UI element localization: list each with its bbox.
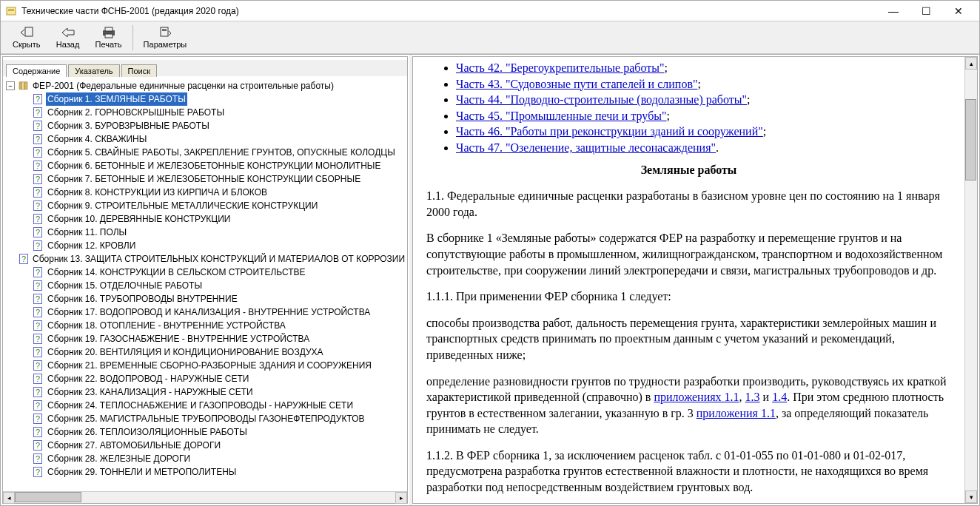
scroll-right-button[interactable]: ▸: [395, 492, 407, 504]
tree-item-label: Сборник 8. КОНСТРУКЦИИ ИЗ КИРПИЧА И БЛОК…: [46, 186, 269, 199]
svg-text:?: ?: [36, 161, 40, 170]
tree-item[interactable]: ?Сборник 19. ГАЗОСНАБЖЕНИЕ - ВНУТРЕННИЕ …: [4, 332, 406, 345]
tree-item[interactable]: ?Сборник 23. КАНАЛИЗАЦИЯ - НАРУЖНЫЕ СЕТИ: [4, 385, 406, 399]
options-icon: [158, 26, 172, 39]
tab-contents[interactable]: Содержание: [6, 64, 67, 77]
vscroll-thumb[interactable]: [965, 99, 976, 181]
tree-item[interactable]: ?Сборник 26. ТЕПЛОИЗОЛЯЦИОННЫЕ РАБОТЫ: [4, 425, 406, 439]
tab-index[interactable]: Указатель: [68, 64, 119, 77]
close-button[interactable]: ✕: [942, 3, 975, 19]
tree-item[interactable]: ?Сборник 6. БЕТОННЫЕ И ЖЕЛЕЗОБЕТОННЫЕ КО…: [4, 159, 406, 172]
help-topic-icon: ?: [33, 94, 43, 104]
link-part-46[interactable]: Часть 46. "Работы при реконструкции здан…: [456, 125, 763, 138]
tree-item[interactable]: ?Сборник 20. ВЕНТИЛЯЦИЯ И КОНДИЦИОНИРОВА…: [4, 345, 406, 359]
tree-item[interactable]: ?Сборник 24. ТЕПЛОСНАБЖЕНИЕ И ГАЗОПРОВОД…: [4, 399, 406, 412]
tree-item[interactable]: ?Сборник 7. БЕТОННЫЕ И ЖЕЛЕЗОБЕТОННЫЕ КО…: [4, 172, 406, 186]
tree-item-label: Сборник 24. ТЕПЛОСНАБЖЕНИЕ И ГАЗОПРОВОДЫ…: [46, 399, 355, 412]
nav-tabs: Содержание Указатель Поиск: [3, 60, 407, 76]
toolbar: Скрыть Назад Печать Параметры: [1, 21, 979, 54]
tree-item-label: Сборник 25. МАГИСТРАЛЬНЫЕ ТРУБОПРОВОДЫ Г…: [46, 412, 366, 425]
tree-item[interactable]: ?Сборник 25. МАГИСТРАЛЬНЫЕ ТРУБОПРОВОДЫ …: [4, 412, 406, 425]
tree-item[interactable]: ?Сборник 12. КРОВЛИ: [4, 239, 406, 252]
tree-item-label: Сборник 7. БЕТОННЫЕ И ЖЕЛЕЗОБЕТОННЫЕ КОН…: [46, 172, 362, 186]
paragraph: 1.1. Федеральные единичные расценки разр…: [426, 188, 951, 220]
scroll-thumb[interactable]: [15, 492, 81, 502]
scroll-down-button[interactable]: ▾: [965, 490, 977, 503]
svg-rect-1: [8, 9, 14, 10]
tree-item-label: Сборник 21. ВРЕМЕННЫЕ СБОРНО-РАЗБОРНЫЕ З…: [46, 359, 373, 372]
hide-button[interactable]: Скрыть: [5, 24, 48, 50]
collapse-icon[interactable]: −: [6, 81, 15, 90]
tree-item[interactable]: ?Сборник 8. КОНСТРУКЦИИ ИЗ КИРПИЧА И БЛО…: [4, 186, 406, 199]
tree-item-label: Сборник 27. АВТОМОБИЛЬНЫЕ ДОРОГИ: [46, 439, 222, 452]
svg-text:?: ?: [36, 361, 40, 370]
tree-item[interactable]: ?Сборник 29. ТОННЕЛИ И МЕТРОПОЛИТЕНЫ: [4, 465, 406, 479]
scroll-track[interactable]: [15, 492, 395, 504]
svg-text:?: ?: [36, 228, 40, 237]
link-app-1-3[interactable]: 1.3: [745, 391, 760, 403]
svg-text:?: ?: [36, 308, 40, 317]
tree-item[interactable]: ?Сборник 11. ПОЛЫ: [4, 226, 406, 239]
tree-item[interactable]: ?Сборник 3. БУРОВЗРЫВНЫЕ РАБОТЫ: [4, 119, 406, 132]
tree-item[interactable]: ?Сборник 14. КОНСТРУКЦИИ В СЕЛЬСКОМ СТРО…: [4, 266, 406, 279]
vscroll-track[interactable]: [965, 70, 977, 490]
tree-item[interactable]: ?Сборник 5. СВАЙНЫЕ РАБОТЫ, ЗАКРЕПЛЕНИЕ …: [4, 146, 406, 159]
horizontal-scrollbar[interactable]: ◂ ▸: [3, 491, 407, 503]
titlebar: Технические части ФСНБ-2001 (редакция 20…: [1, 1, 979, 21]
help-topic-icon: ?: [33, 374, 43, 384]
help-topic-icon: ?: [33, 187, 43, 198]
tree-item[interactable]: ?Сборник 21. ВРЕМЕННЫЕ СБОРНО-РАЗБОРНЫЕ …: [4, 359, 406, 372]
tree-item-label: Сборник 6. БЕТОННЫЕ И ЖЕЛЕЗОБЕТОННЫЕ КОН…: [46, 159, 382, 172]
tree-root-item[interactable]: −ФЕР-2001 (Федеральные единичные расценк…: [4, 79, 406, 92]
scroll-up-button[interactable]: ▴: [965, 57, 977, 70]
tree-item-label: Сборник 5. СВАЙНЫЕ РАБОТЫ, ЗАКРЕПЛЕНИЕ Г…: [46, 146, 397, 159]
parts-link-list: Часть 42. "Берегоукрепительные работы"; …: [426, 60, 951, 156]
section-heading: Земляные работы: [426, 162, 951, 178]
print-button[interactable]: Печать: [88, 24, 130, 50]
help-topic-icon: ?: [33, 174, 43, 184]
link-part-45[interactable]: Часть 45. "Промышленные печи и трубы": [456, 109, 667, 122]
link-part-44[interactable]: Часть 44. "Подводно-строительные (водола…: [456, 93, 747, 106]
paragraph: определение разновидности грунтов по тру…: [426, 374, 951, 437]
tree-item[interactable]: ?Сборник 4. СКВАЖИНЫ: [4, 132, 406, 146]
tree-item[interactable]: ?Сборник 27. АВТОМОБИЛЬНЫЕ ДОРОГИ: [4, 439, 406, 452]
tree-item[interactable]: ?Сборник 10. ДЕРЕВЯННЫЕ КОНСТРУКЦИИ: [4, 212, 406, 226]
tree-item[interactable]: ?Сборник 28. ЖЕЛЕЗНЫЕ ДОРОГИ: [4, 452, 406, 465]
tree-item[interactable]: ?Сборник 16. ТРУБОПРОВОДЫ ВНУТРЕННИЕ: [4, 292, 406, 306]
vertical-scrollbar[interactable]: ▴ ▾: [964, 57, 977, 503]
list-item: Часть 47. "Озеленение, защитные лесонаса…: [456, 140, 951, 156]
contents-tree[interactable]: −ФЕР-2001 (Федеральные единичные расценк…: [3, 76, 407, 491]
svg-text:?: ?: [36, 321, 40, 330]
link-part-47[interactable]: Часть 47. "Озеленение, защитные лесонаса…: [456, 141, 716, 154]
link-app-1-4[interactable]: 1.4: [772, 391, 787, 403]
tab-search[interactable]: Поиск: [121, 64, 157, 77]
help-topic-icon: ?: [33, 147, 43, 158]
tree-item-label: Сборник 19. ГАЗОСНАБЖЕНИЕ - ВНУТРЕННИЕ У…: [46, 332, 311, 345]
tree-item[interactable]: ?Сборник 17. ВОДОПРОВОД И КАНАЛИЗАЦИЯ - …: [4, 306, 406, 319]
link-app-1-1b[interactable]: приложения 1.1: [697, 407, 776, 419]
link-part-43[interactable]: Часть 43. "Судовозные пути стапелей и сл…: [456, 78, 697, 90]
tree-item[interactable]: ?Сборник 18. ОТОПЛЕНИЕ - ВНУТРЕННИЕ УСТР…: [4, 319, 406, 332]
tree-item[interactable]: ?Сборник 22. ВОДОПРОВОД - НАРУЖНЫЕ СЕТИ: [4, 372, 406, 385]
svg-rect-2: [8, 10, 14, 11]
tree-item[interactable]: ?Сборник 9. СТРОИТЕЛЬНЫЕ МЕТАЛЛИЧЕСКИЕ К…: [4, 199, 406, 212]
maximize-button[interactable]: ☐: [910, 3, 942, 19]
link-part-42[interactable]: Часть 42. "Берегоукрепительные работы": [456, 61, 664, 74]
svg-rect-8: [162, 29, 167, 30]
back-button[interactable]: Назад: [48, 24, 88, 50]
link-app-1-1[interactable]: приложениях 1.1: [654, 391, 739, 403]
tree-item[interactable]: ?Сборник 1. ЗЕМЛЯНЫЕ РАБОТЫ: [4, 92, 406, 106]
minimize-button[interactable]: —: [877, 3, 910, 19]
help-topic-icon: ?: [33, 280, 43, 291]
scroll-left-button[interactable]: ◂: [3, 492, 15, 504]
help-topic-icon: ?: [33, 294, 43, 304]
tree-item[interactable]: ?Сборник 13. ЗАЩИТА СТРОИТЕЛЬНЫХ КОНСТРУ…: [4, 252, 406, 266]
text-run: ,: [739, 391, 745, 403]
options-button[interactable]: Параметры: [136, 24, 195, 50]
svg-text:?: ?: [36, 334, 40, 343]
document-content: Часть 42. "Берегоукрепительные работы"; …: [413, 57, 964, 503]
help-topic-icon: ?: [33, 414, 43, 424]
tree-item[interactable]: ?Сборник 15. ОТДЕЛОЧНЫЕ РАБОТЫ: [4, 279, 406, 292]
tree-item[interactable]: ?Сборник 2. ГОРНОВСКРЫШНЫЕ РАБОТЫ: [4, 106, 406, 119]
help-topic-icon: ?: [33, 121, 43, 131]
